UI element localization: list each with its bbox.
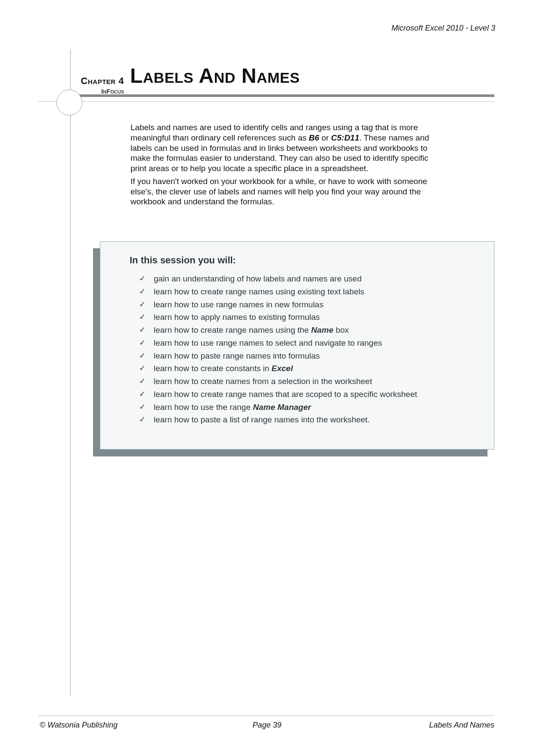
intro-text: Labels and names are used to identify ce…: [130, 122, 432, 209]
intro-paragraph-1: Labels and names are used to identify ce…: [130, 122, 432, 174]
running-header: Microsoft Excel 2010 - Level 3: [391, 24, 495, 33]
intro-text-run: or: [319, 133, 331, 142]
intro-ref-b6: B6: [309, 133, 319, 142]
session-box: In this session you will: gain an unders…: [100, 241, 494, 450]
title-underline: [73, 94, 494, 97]
objective-item: learn how to create names from a selecti…: [139, 376, 481, 387]
objective-item: learn how to create range names that are…: [139, 389, 481, 400]
objective-item: learn how to use range names to select a…: [139, 338, 481, 348]
footer-right: Labels And Names: [429, 721, 494, 730]
objective-item: learn how to create range names using th…: [139, 325, 481, 335]
objective-item: gain an understanding of how labels and …: [139, 274, 481, 284]
dotted-divider: [39, 101, 494, 102]
objective-item: learn how to create constants in Excel: [139, 363, 481, 374]
objectives-list: gain an understanding of how labels and …: [139, 274, 481, 425]
chapter-label: Chapter 4: [73, 75, 124, 87]
intro-ref-c5d11: C5:D11: [331, 133, 359, 142]
infocus-label: InFocus: [73, 87, 124, 95]
objective-item: learn how to use the range Name Manager: [139, 402, 481, 412]
objective-item: learn how to paste a list of range names…: [139, 415, 481, 425]
vertical-rule: [70, 50, 71, 696]
chapter-circle-icon: [56, 90, 82, 116]
intro-paragraph-2: If you haven't worked on your workbook f…: [130, 176, 432, 207]
footer-divider: [39, 715, 494, 716]
session-heading: In this session you will:: [130, 255, 481, 266]
objective-item: learn how to create range names using ex…: [139, 287, 481, 297]
objective-item: learn how to paste range names into form…: [139, 351, 481, 361]
objective-item: learn how to apply names to existing for…: [139, 312, 481, 322]
page-title: Labels And Names: [130, 64, 300, 87]
objective-item: learn how to use range names in new form…: [139, 300, 481, 310]
